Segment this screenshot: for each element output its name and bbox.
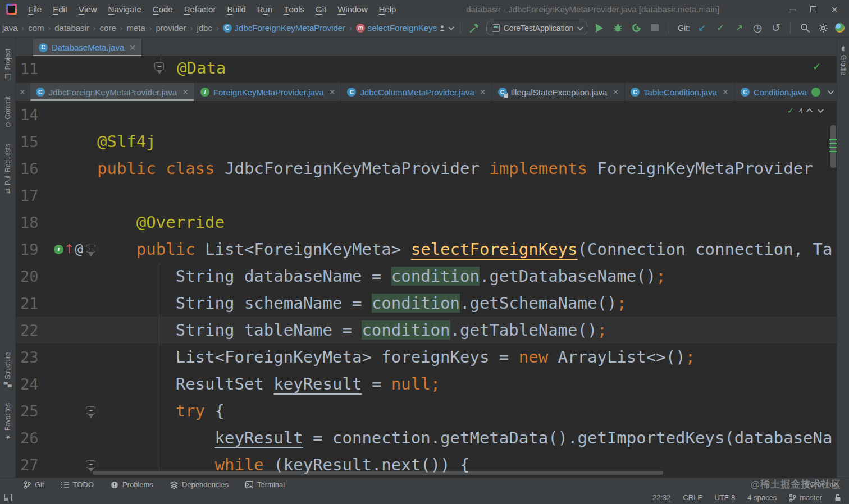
code-line-14[interactable]: 14 <box>16 101 837 128</box>
run-configuration-select[interactable]: CoreTestApplication <box>486 21 588 35</box>
menu-window[interactable]: Window <box>332 0 373 19</box>
menu-code[interactable]: Code <box>147 0 179 19</box>
status-lock[interactable] <box>834 494 841 502</box>
stripe-commit[interactable]: ⊙Commit <box>4 96 12 127</box>
status-line-ending[interactable]: CRLF <box>683 493 702 502</box>
tab-illegalstateexception-java[interactable]: CIllegalStateException.java✕ <box>492 83 626 101</box>
tool-problems[interactable]: Problems <box>111 480 153 489</box>
fold-marker-icon[interactable]: − <box>154 62 164 70</box>
fold-marker-icon[interactable]: − <box>86 460 95 468</box>
code-line-20[interactable]: 20 String databaseName = condition.getDa… <box>16 263 837 290</box>
stop-icon[interactable] <box>648 21 661 35</box>
tab-list-chevron-icon[interactable] <box>828 88 834 94</box>
tab-foreignkeymetaprovider-java[interactable]: IForeignKeyMetaProvider.java✕ <box>195 83 342 101</box>
stripe-structure[interactable]: ▞Structure <box>4 352 12 387</box>
close-tab-icon[interactable]: ✕ <box>480 88 486 97</box>
menu-run[interactable]: Run <box>252 0 279 19</box>
tab-jdbcforeignkeymetaprovider-java[interactable]: CJdbcForeignKeyMetaProvider.java✕ <box>30 83 195 101</box>
commit-icon[interactable]: ✓ <box>714 21 727 35</box>
fold-marker-icon[interactable]: − <box>86 406 95 414</box>
minimize-icon[interactable]: ─ <box>789 5 796 14</box>
top-split-editor[interactable]: 11 − @Data ✓ <box>16 56 837 83</box>
build-hammer-icon[interactable] <box>468 21 481 35</box>
tab-tablecondition-java[interactable]: CTableCondition.java✕ <box>625 83 735 101</box>
status-caret-position[interactable]: 22:32 <box>652 493 671 502</box>
code-line-23[interactable]: 23 List<ForeignKeyMeta> foreignKeys = ne… <box>16 343 837 370</box>
status-encoding[interactable]: UTF-8 <box>714 493 735 502</box>
code-line-22[interactable]: 22 String tableName = condition.getTable… <box>16 317 837 343</box>
tab-databasemeta[interactable]: C DatabaseMeta.java ✕ <box>33 39 142 56</box>
menu-refactor[interactable]: Refactor <box>179 0 222 19</box>
inspection-widget[interactable]: ✓ 4 <box>787 106 822 115</box>
close-icon[interactable]: × <box>831 4 838 15</box>
menu-edit[interactable]: Edit <box>47 0 73 19</box>
tab-jdbccolumnmetaprovider-java[interactable]: CJdbcColumnMetaProvider.java✕ <box>341 83 492 101</box>
code-line-17[interactable]: 17 <box>16 182 837 209</box>
menu-navigate[interactable]: Navigate <box>103 0 147 19</box>
menu-tools[interactable]: Tools <box>278 0 310 19</box>
code-line-16[interactable]: 16public class JdbcForeignKeyMetaProvide… <box>16 155 837 182</box>
menu-file[interactable]: File <box>22 0 47 19</box>
code-line-19[interactable]: 19I↑@− public List<ForeignKeyMeta> selec… <box>16 236 837 263</box>
close-tab-icon[interactable]: ✕ <box>129 43 136 52</box>
menu-git[interactable]: Git <box>310 0 332 19</box>
run-icon[interactable] <box>592 21 606 35</box>
fold-marker-icon[interactable]: − <box>86 245 95 253</box>
debug-icon[interactable] <box>611 21 624 35</box>
push-icon[interactable]: ↗ <box>732 21 746 35</box>
override-arrow-icon[interactable]: ↑ <box>64 243 74 255</box>
code-line-25[interactable]: 25− try { <box>16 397 837 424</box>
stripe-pull-requests[interactable]: ⇄Pull Requests <box>4 144 12 194</box>
code-line[interactable]: @Data <box>177 58 226 77</box>
close-tab-icon[interactable]: ✕ <box>612 88 619 97</box>
search-icon[interactable] <box>798 21 811 35</box>
update-project-icon[interactable]: ↙ <box>695 21 709 35</box>
stripe-favorites[interactable]: ★Favorites <box>4 403 12 441</box>
tool-git[interactable]: Git <box>24 480 44 489</box>
close-tab-icon[interactable]: ✕ <box>329 88 336 97</box>
code-line-15[interactable]: 15@Slf4j <box>16 128 837 155</box>
status-git-branch[interactable]: master <box>789 493 822 502</box>
rollback-icon[interactable]: ↺ <box>769 21 783 35</box>
breadcrumb-item[interactable]: CJdbcForeignKeyMetaProvider <box>223 23 346 33</box>
code-line-21[interactable]: 21 String schemaName = condition.getSche… <box>16 290 837 317</box>
menu-view[interactable]: View <box>73 0 103 19</box>
settings-gear-icon[interactable] <box>816 21 830 35</box>
breadcrumb-item[interactable]: mselectForeignKeys <box>356 23 437 33</box>
tool-dependencies[interactable]: Dependencies <box>170 480 229 489</box>
vertical-scrollbar[interactable] <box>830 125 836 168</box>
implements-marker-icon[interactable]: I <box>54 245 63 254</box>
history-icon[interactable]: ◷ <box>751 21 764 35</box>
code-line-18[interactable]: 18 @Override <box>16 209 837 236</box>
stripe-project[interactable]: ❏Project <box>4 49 12 80</box>
breadcrumb-item[interactable]: core <box>100 23 116 33</box>
user-icon[interactable] <box>439 21 453 35</box>
tool-todo[interactable]: TODO <box>61 480 94 489</box>
close-tab-icon[interactable]: ✕ <box>182 88 189 97</box>
coverage-icon[interactable] <box>629 21 643 35</box>
tool-event-log[interactable]: Event Log <box>805 480 838 489</box>
previous-problem-icon[interactable] <box>806 108 813 114</box>
maximize-icon[interactable] <box>810 6 816 12</box>
breadcrumb-item[interactable]: meta <box>126 23 145 33</box>
menu-help[interactable]: Help <box>373 0 402 19</box>
stripe-gradle[interactable]: ◖Gradle <box>839 44 847 75</box>
breadcrumb-item[interactable]: java <box>2 23 18 33</box>
close-tab-icon[interactable]: ✕ <box>16 88 30 97</box>
code-editor[interactable]: 1415@Slf4j16public class JdbcForeignKeyM… <box>16 101 837 478</box>
breadcrumb-item[interactable]: com <box>28 23 44 33</box>
tool-window-layout-icon[interactable] <box>4 494 12 501</box>
code-line-24[interactable]: 24 ResultSet keyResult = null; <box>16 370 837 397</box>
horizontal-scrollbar[interactable] <box>93 471 663 475</box>
menu-build[interactable]: Build <box>221 0 251 19</box>
code-line-26[interactable]: 26 keyResult = connection.getMetaData().… <box>16 424 837 451</box>
line-number: 20 <box>16 268 54 285</box>
close-tab-icon[interactable]: ✕ <box>722 88 729 97</box>
inspections-ok-icon[interactable]: ✓ <box>813 61 821 72</box>
tool-terminal[interactable]: Terminal <box>245 480 285 489</box>
breadcrumb-item[interactable]: jdbc <box>197 23 212 33</box>
breadcrumb-item[interactable]: databasir <box>54 23 89 33</box>
breadcrumb-item[interactable]: provider <box>156 23 186 33</box>
status-indentation[interactable]: 4 spaces <box>747 493 777 502</box>
profile-sphere-icon[interactable] <box>835 23 845 33</box>
